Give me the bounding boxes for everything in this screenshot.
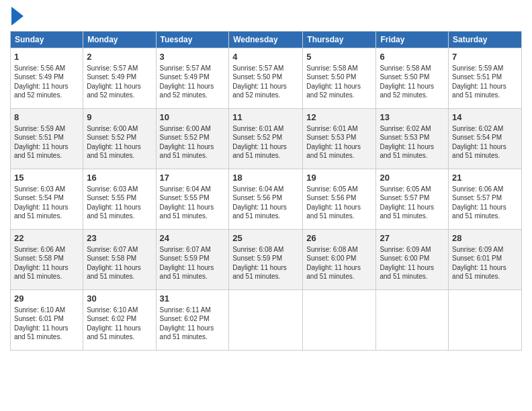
day-number: 7 [452,51,518,63]
logo-arrow-icon [11,7,24,26]
day-number: 27 [380,232,445,244]
day-info: Sunrise: 6:04 AM Sunset: 5:56 PM Dayligh… [232,185,299,221]
day-info: Sunrise: 6:08 AM Sunset: 5:59 PM Dayligh… [232,245,299,281]
day-number: 18 [232,172,299,184]
calendar-day-15: 15Sunrise: 6:03 AM Sunset: 5:54 PM Dayli… [11,169,83,230]
calendar-week-3: 15Sunrise: 6:03 AM Sunset: 5:54 PM Dayli… [11,169,522,230]
calendar-day-2: 2Sunrise: 5:57 AM Sunset: 5:49 PM Daylig… [83,48,156,109]
day-number: 8 [14,111,79,124]
calendar-day-6: 6Sunrise: 5:58 AM Sunset: 5:50 PM Daylig… [376,48,449,109]
day-info: Sunrise: 6:03 AM Sunset: 5:55 PM Dayligh… [87,185,152,221]
day-number: 13 [380,111,445,124]
day-number: 14 [452,111,518,124]
calendar-header-wednesday: Wednesday [229,32,303,48]
calendar-empty [376,290,449,351]
calendar-header-thursday: Thursday [303,32,376,48]
day-number: 22 [14,232,79,244]
calendar-day-19: 19Sunrise: 6:05 AM Sunset: 5:56 PM Dayli… [303,169,376,230]
day-number: 24 [160,232,226,244]
calendar-header-friday: Friday [376,32,449,48]
calendar-header-tuesday: Tuesday [156,32,229,48]
calendar-day-18: 18Sunrise: 6:04 AM Sunset: 5:56 PM Dayli… [229,169,303,230]
day-info: Sunrise: 5:59 AM Sunset: 5:51 PM Dayligh… [452,64,518,100]
day-info: Sunrise: 6:11 AM Sunset: 6:02 PM Dayligh… [160,306,226,342]
day-number: 29 [14,293,79,305]
calendar-day-28: 28Sunrise: 6:09 AM Sunset: 6:01 PM Dayli… [449,230,522,290]
header [10,7,522,26]
day-number: 28 [452,232,518,244]
calendar-header-monday: Monday [83,32,156,48]
calendar-empty [449,290,522,351]
day-info: Sunrise: 6:00 AM Sunset: 5:52 PM Dayligh… [160,124,226,161]
day-number: 6 [380,51,445,63]
day-info: Sunrise: 6:09 AM Sunset: 6:01 PM Dayligh… [452,245,518,281]
day-info: Sunrise: 5:58 AM Sunset: 5:50 PM Dayligh… [380,64,445,100]
calendar-week-2: 8Sunrise: 5:59 AM Sunset: 5:51 PM Daylig… [11,109,522,169]
day-info: Sunrise: 6:04 AM Sunset: 5:55 PM Dayligh… [160,185,226,221]
calendar-day-27: 27Sunrise: 6:09 AM Sunset: 6:00 PM Dayli… [376,230,449,290]
calendar-day-4: 4Sunrise: 5:57 AM Sunset: 5:50 PM Daylig… [229,48,303,109]
calendar-day-7: 7Sunrise: 5:59 AM Sunset: 5:51 PM Daylig… [449,48,522,109]
day-number: 5 [306,51,372,63]
day-number: 12 [306,111,372,124]
calendar-day-10: 10Sunrise: 6:00 AM Sunset: 5:52 PM Dayli… [156,109,229,169]
day-info: Sunrise: 6:02 AM Sunset: 5:54 PM Dayligh… [452,124,518,161]
calendar-day-1: 1Sunrise: 5:56 AM Sunset: 5:49 PM Daylig… [11,48,83,109]
calendar-day-9: 9Sunrise: 6:00 AM Sunset: 5:52 PM Daylig… [83,109,156,169]
day-info: Sunrise: 6:05 AM Sunset: 5:57 PM Dayligh… [380,185,445,221]
day-number: 4 [232,51,299,63]
calendar-header-row: SundayMondayTuesdayWednesdayThursdayFrid… [11,32,522,48]
calendar-day-26: 26Sunrise: 6:08 AM Sunset: 6:00 PM Dayli… [303,230,376,290]
day-number: 3 [160,51,226,63]
day-info: Sunrise: 6:10 AM Sunset: 6:02 PM Dayligh… [87,306,152,342]
calendar-table: SundayMondayTuesdayWednesdayThursdayFrid… [10,31,522,351]
calendar-header-saturday: Saturday [449,32,522,48]
day-number: 19 [306,172,372,184]
calendar-day-16: 16Sunrise: 6:03 AM Sunset: 5:55 PM Dayli… [83,169,156,230]
day-number: 16 [87,172,152,184]
calendar-empty [303,290,376,351]
calendar-day-25: 25Sunrise: 6:08 AM Sunset: 5:59 PM Dayli… [229,230,303,290]
calendar-day-21: 21Sunrise: 6:06 AM Sunset: 5:57 PM Dayli… [449,169,522,230]
day-info: Sunrise: 6:07 AM Sunset: 5:59 PM Dayligh… [160,245,226,281]
logo [10,7,24,26]
calendar-empty [229,290,303,351]
calendar-week-5: 29Sunrise: 6:10 AM Sunset: 6:01 PM Dayli… [11,290,522,351]
calendar-day-5: 5Sunrise: 5:58 AM Sunset: 5:50 PM Daylig… [303,48,376,109]
day-number: 9 [87,111,152,124]
calendar-day-8: 8Sunrise: 5:59 AM Sunset: 5:51 PM Daylig… [11,109,83,169]
day-number: 2 [87,51,152,63]
day-info: Sunrise: 6:06 AM Sunset: 5:58 PM Dayligh… [14,245,79,281]
page: SundayMondayTuesdayWednesdayThursdayFrid… [0,0,532,411]
calendar-day-23: 23Sunrise: 6:07 AM Sunset: 5:58 PM Dayli… [83,230,156,290]
calendar-week-1: 1Sunrise: 5:56 AM Sunset: 5:49 PM Daylig… [11,48,522,109]
calendar-day-11: 11Sunrise: 6:01 AM Sunset: 5:52 PM Dayli… [229,109,303,169]
day-info: Sunrise: 6:01 AM Sunset: 5:52 PM Dayligh… [232,124,299,161]
day-info: Sunrise: 6:08 AM Sunset: 6:00 PM Dayligh… [306,245,372,281]
day-number: 21 [452,172,518,184]
day-info: Sunrise: 6:09 AM Sunset: 6:00 PM Dayligh… [380,245,445,281]
day-number: 10 [160,111,226,124]
day-number: 23 [87,232,152,244]
calendar-day-22: 22Sunrise: 6:06 AM Sunset: 5:58 PM Dayli… [11,230,83,290]
calendar-day-24: 24Sunrise: 6:07 AM Sunset: 5:59 PM Dayli… [156,230,229,290]
day-info: Sunrise: 5:57 AM Sunset: 5:50 PM Dayligh… [232,64,299,100]
day-number: 25 [232,232,299,244]
calendar-day-3: 3Sunrise: 5:57 AM Sunset: 5:49 PM Daylig… [156,48,229,109]
day-info: Sunrise: 5:58 AM Sunset: 5:50 PM Dayligh… [306,64,372,100]
calendar-day-29: 29Sunrise: 6:10 AM Sunset: 6:01 PM Dayli… [11,290,83,351]
calendar-day-17: 17Sunrise: 6:04 AM Sunset: 5:55 PM Dayli… [156,169,229,230]
calendar-day-13: 13Sunrise: 6:02 AM Sunset: 5:53 PM Dayli… [376,109,449,169]
day-info: Sunrise: 6:03 AM Sunset: 5:54 PM Dayligh… [14,185,79,221]
calendar-header-sunday: Sunday [11,32,83,48]
day-info: Sunrise: 5:56 AM Sunset: 5:49 PM Dayligh… [14,64,79,100]
day-info: Sunrise: 5:59 AM Sunset: 5:51 PM Dayligh… [14,124,79,161]
day-info: Sunrise: 5:57 AM Sunset: 5:49 PM Dayligh… [160,64,226,100]
calendar-week-4: 22Sunrise: 6:06 AM Sunset: 5:58 PM Dayli… [11,230,522,290]
day-number: 30 [87,293,152,305]
calendar-day-14: 14Sunrise: 6:02 AM Sunset: 5:54 PM Dayli… [449,109,522,169]
day-number: 1 [14,51,79,63]
day-info: Sunrise: 6:00 AM Sunset: 5:52 PM Dayligh… [87,124,152,161]
day-info: Sunrise: 6:02 AM Sunset: 5:53 PM Dayligh… [380,124,445,161]
day-number: 11 [232,111,299,124]
